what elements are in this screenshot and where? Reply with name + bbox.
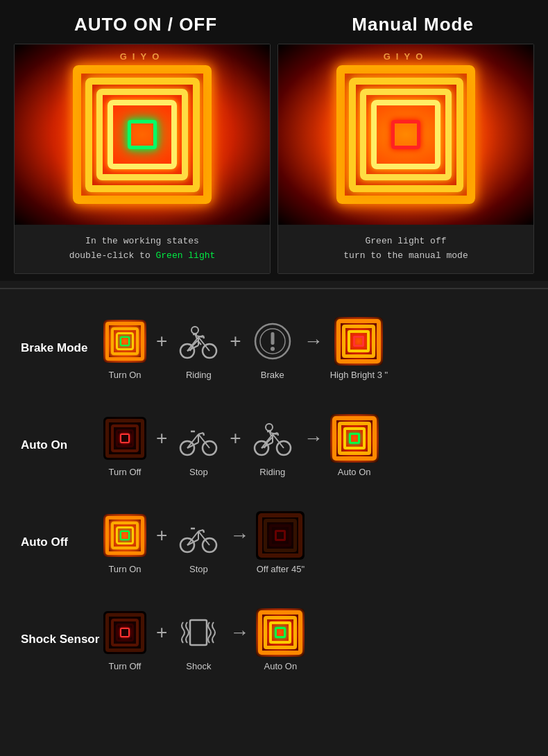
brake-result-icon [334, 317, 383, 366]
brake-led-on-icon [101, 317, 149, 366]
result-center [353, 336, 364, 347]
auto-on-plus-2: + [230, 427, 241, 463]
auto-on-turn-off-label: Turn Off [109, 467, 142, 477]
shock-sensor-label: Shock Sensor [21, 633, 101, 646]
mini-center [120, 433, 130, 443]
brake-arrow: → [304, 330, 323, 366]
auto-on-stop-icon [174, 414, 223, 463]
auto-on-label: Auto On [21, 438, 101, 452]
caption-right-line1: Green light off [365, 236, 446, 246]
shock-plus: + [156, 621, 167, 658]
shock-result-label: Auto On [264, 661, 298, 671]
manual-led-display: GIYO [278, 44, 533, 225]
caption-right-line2: turn to the manual mode [343, 250, 468, 261]
manual-image-block: GIYO Green light off turn to the manual … [277, 44, 534, 274]
svg-line-49 [203, 530, 204, 533]
auto-on-step-riding: Riding [248, 414, 297, 477]
brake-step-brake: Brake [248, 317, 297, 380]
auto-off-stop-icon [174, 511, 223, 560]
shock-led-off-icon [101, 608, 149, 657]
giyo-text-right: GIYO [384, 51, 429, 62]
top-images: GIYO In the working states double-click … [7, 44, 541, 274]
caption-left-line2: double-click to [69, 250, 156, 261]
auto-off-result-label: Off after 45" [257, 564, 305, 574]
mini-center [120, 531, 130, 540]
result-center [275, 530, 286, 541]
shock-label: Shock [186, 661, 211, 671]
auto-on-plus-1: + [156, 427, 167, 463]
auto-caption: In the working states double-click to Gr… [15, 225, 270, 273]
brake-riding-label: Riding [186, 370, 212, 380]
brake-mode-row: Brake Mode Turn On + [21, 310, 527, 386]
brake-plus-1: + [156, 330, 167, 366]
auto-on-step-stop: Stop [174, 414, 223, 477]
svg-point-37 [266, 424, 273, 431]
shock-icon [174, 608, 223, 657]
shock-step-turn-off: Turn Off [101, 608, 149, 671]
svg-point-18 [271, 347, 275, 351]
brake-mode-steps: Turn On + [101, 317, 527, 380]
brake-step-result: High Bright 3 " [330, 317, 388, 380]
brake-mode-label: Brake Mode [21, 341, 101, 355]
auto-image-block: GIYO In the working states double-click … [14, 44, 271, 274]
auto-on-arrow: → [304, 427, 323, 463]
auto-on-steps: Turn Off + [101, 414, 527, 477]
auto-on-result: Auto On [330, 414, 379, 477]
caption-left-line1: In the working states [85, 236, 199, 246]
auto-on-step-turn-off: Turn Off [101, 414, 149, 477]
auto-off-turn-on-label: Turn On [108, 564, 141, 574]
section-divider [0, 288, 548, 289]
center-red [391, 120, 420, 149]
brake-step-turn-on: Turn On [101, 317, 149, 380]
auto-off-step-turn-on: Turn On [101, 511, 149, 574]
auto-off-arrow: → [230, 524, 249, 560]
mini-center [120, 336, 130, 346]
auto-led-display: GIYO [15, 44, 270, 225]
auto-off-row: Auto Off Turn On + [21, 504, 527, 581]
shock-sensor-row: Shock Sensor Turn Off + [21, 601, 527, 678]
svg-line-7 [203, 336, 204, 338]
shock-result-icon [256, 608, 305, 657]
manual-caption: Green light off turn to the manual mode [278, 225, 533, 273]
auto-on-result-label: Auto On [338, 467, 371, 477]
brake-brake-icon [248, 317, 297, 366]
svg-line-26 [203, 433, 204, 436]
brake-turn-on-label: Turn On [108, 370, 141, 380]
brake-plus-2: + [230, 330, 241, 366]
manual-title: Manual Mode [352, 14, 474, 35]
auto-off-result-icon [256, 511, 305, 560]
auto-off-result: Off after 45" [256, 511, 305, 574]
auto-on-riding-label: Riding [259, 467, 285, 477]
led-square-right [336, 65, 475, 204]
auto-on-led-off-icon [101, 414, 149, 463]
auto-off-steps: Turn On + Sto [101, 511, 527, 574]
mini-center [120, 628, 130, 637]
auto-on-stop-label: Stop [189, 467, 208, 477]
top-section: AUTO ON / OFF Manual Mode GIYO In the wo… [0, 0, 548, 281]
brake-riding-icon [174, 317, 223, 366]
svg-line-35 [277, 433, 278, 436]
auto-on-riding-icon [248, 414, 297, 463]
giyo-text-left: GIYO [120, 51, 165, 62]
brake-result-label: High Bright 3 " [330, 370, 388, 380]
auto-on-row: Auto On Turn Off + [21, 407, 527, 483]
shock-turn-off-label: Turn Off [109, 661, 142, 671]
shock-step-shock: Shock [174, 608, 223, 671]
brake-step-riding: Riding [174, 317, 223, 380]
led-square-left [73, 65, 212, 204]
top-titles: AUTO ON / OFF Manual Mode [7, 14, 541, 35]
auto-title: AUTO ON / OFF [74, 14, 217, 35]
auto-off-label: Auto Off [21, 535, 101, 549]
shock-result: Auto On [256, 608, 305, 671]
brake-label: Brake [261, 370, 284, 380]
result-center [349, 433, 360, 444]
auto-off-plus: + [156, 524, 167, 560]
result-center [275, 627, 286, 638]
auto-off-step-stop: Stop [174, 511, 223, 574]
shock-arrow: → [230, 621, 249, 658]
svg-point-9 [191, 327, 198, 334]
svg-rect-51 [190, 620, 207, 645]
bottom-section: Brake Mode Turn On + [0, 296, 548, 719]
shock-sensor-steps: Turn Off + Sh [101, 608, 527, 671]
auto-on-result-icon [330, 414, 379, 463]
